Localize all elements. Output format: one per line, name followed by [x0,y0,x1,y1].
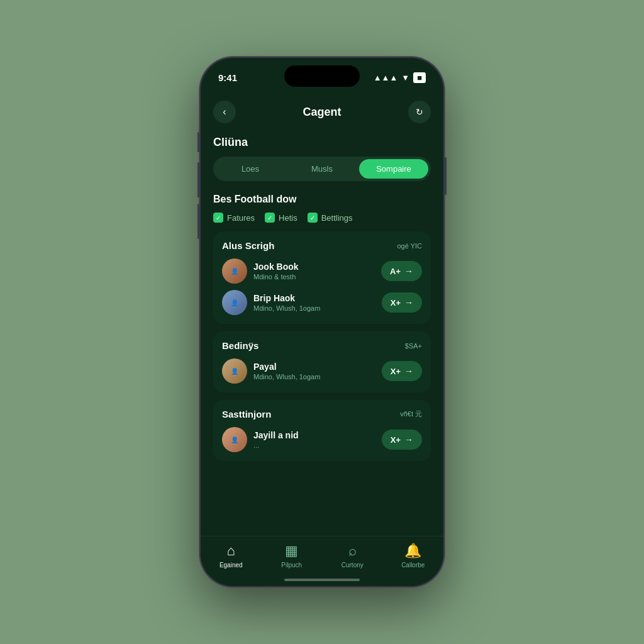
checkbox-hetis[interactable]: ✓ Hetis [265,213,297,223]
avatar-brip: 👤 [222,290,247,315]
nav-label-notifications: Callorbe [401,562,425,569]
volume-down-button [197,204,199,239]
player-detail-payal: Mdino, Wlush, 1ogam [253,373,375,380]
action-arrow-brip: → [404,297,413,308]
tab-sompaire[interactable]: Sompaire [359,159,428,179]
filter-checkboxes: ✓ Fatures ✓ Hetis ✓ Bettlings [213,213,431,223]
card-alus-scrigh: Alus Scrigh ogé YIC 👤 Jook Book [213,231,431,324]
nav-label-search: Curtony [341,562,364,569]
action-btn-label-brip: X+ [391,298,401,308]
player-detail-brip: Mdino, Wlush, 1ogam [253,304,375,312]
player-row-brip: 👤 Brip Haok Mdino, Wlush, 1ogam X+ → [222,290,422,315]
wifi-icon: ▼ [401,73,409,82]
action-btn-label-jook: A+ [390,267,401,276]
battery-icon: ■ [413,72,426,83]
action-arrow-jook: → [404,266,413,276]
checkbox-bettlings[interactable]: ✓ Bettlings [308,213,353,223]
action-btn-label-jayill: X+ [391,435,401,445]
player-row-payal: 👤 Payal Mdino, Wlush, 1ogam X+ → [222,358,422,384]
bell-icon: 🔔 [404,543,421,559]
card-sasttinjorn: Sasttinjorn vñ€t 元 👤 Jayill a nid [213,400,431,461]
header: ‹ Cagent ↻ [213,93,431,131]
status-icons: ▲▲▲ ▼ ■ [374,72,426,83]
checkbox-bettlings-label: Bettlings [321,213,353,223]
nav-item-pilpuch[interactable]: ▦ Pilpuch [262,543,323,569]
card-header-3: Sasttinjorn vñ€t 元 [222,409,422,419]
checkbox-fatures-box: ✓ [213,213,223,223]
back-button[interactable]: ‹ [213,101,236,123]
card-title-1: Alus Scrigh [222,240,274,251]
player-name-brip: Brip Haok [253,293,375,303]
mute-button [197,132,199,152]
action-arrow-jayill: → [404,435,413,445]
action-btn-brip[interactable]: X+ → [382,292,422,313]
avatar-jayill: 👤 [222,427,247,452]
nav-item-home[interactable]: ⌂ Egained [201,543,262,569]
action-btn-jayill[interactable]: X+ → [382,430,422,450]
refresh-button[interactable]: ↻ [408,101,431,123]
player-row-jayill: 👤 Jayill a nid ... X+ → [222,427,422,452]
status-time: 9:41 [218,72,237,83]
search-icon: ⌕ [348,543,357,559]
volume-up-button [197,162,199,197]
card-badge-2: $SA+ [405,342,422,350]
signal-icon: ▲▲▲ [374,73,398,82]
nav-item-search[interactable]: ⌕ Curtony [322,543,383,569]
card-bedinys: Bedinÿs $SA+ 👤 Payal Mdino, Wl [213,331,431,392]
card-title-3: Sasttinjorn [222,409,271,419]
player-detail-jook: Mdino & testh [253,273,375,280]
card-header-2: Bedinÿs $SA+ [222,340,422,351]
calendar-icon: ▦ [285,543,298,559]
card-badge-3: vñ€t 元 [400,409,422,419]
checkbox-fatures-label: Fatures [227,213,255,223]
tab-bar: Loes Musls Sompaire [213,157,431,181]
action-btn-jook[interactable]: A+ → [381,261,422,281]
home-indicator [284,579,360,581]
checkbox-fatures[interactable]: ✓ Fatures [213,213,255,223]
action-btn-payal[interactable]: X+ → [382,361,422,381]
player-name-jayill: Jayill a nid [253,430,375,440]
card-header-1: Alus Scrigh ogé YIC [222,240,422,251]
player-name-payal: Payal [253,362,375,372]
player-detail-jayill: ... [253,441,375,449]
card-badge-1: ogé YIC [397,242,422,250]
back-icon: ‹ [223,106,226,118]
nav-label-pilpuch: Pilpuch [281,562,302,569]
phone-frame: 9:41 ▲▲▲ ▼ ■ ‹ Cagent ↻ [199,57,445,587]
subsection-title: Bes Football dow [213,194,431,205]
avatar-payal: 👤 [222,358,247,384]
checkbox-hetis-label: Hetis [279,213,297,223]
tab-loes[interactable]: Loes [216,159,285,179]
page-title: Cagent [303,106,341,119]
home-icon: ⌂ [227,543,235,559]
checkbox-hetis-box: ✓ [265,213,275,223]
card-title-2: Bedinÿs [222,340,258,351]
player-info-jayill: Jayill a nid ... [253,430,375,449]
action-btn-label-payal: X+ [391,367,401,376]
action-arrow-payal: → [404,366,413,376]
dynamic-island [284,65,360,87]
nav-label-home: Egained [219,562,243,569]
criteria-label: Cliüna [213,136,431,149]
cards-list: Alus Scrigh ogé YIC 👤 Jook Book [213,231,431,469]
player-info-brip: Brip Haok Mdino, Wlush, 1ogam [253,293,375,312]
refresh-icon: ↻ [416,107,423,117]
player-info-payal: Payal Mdino, Wlush, 1ogam [253,362,375,380]
checkbox-bettlings-box: ✓ [308,213,318,223]
player-name-jook: Jook Book [253,262,375,272]
player-row-jook: 👤 Jook Book Mdino & testh A+ → [222,258,422,284]
avatar-jook: 👤 [222,258,247,284]
nav-item-notifications[interactable]: 🔔 Callorbe [383,543,444,569]
player-info-jook: Jook Book Mdino & testh [253,262,375,280]
tab-musls[interactable]: Musls [287,159,357,179]
power-button [445,157,447,195]
